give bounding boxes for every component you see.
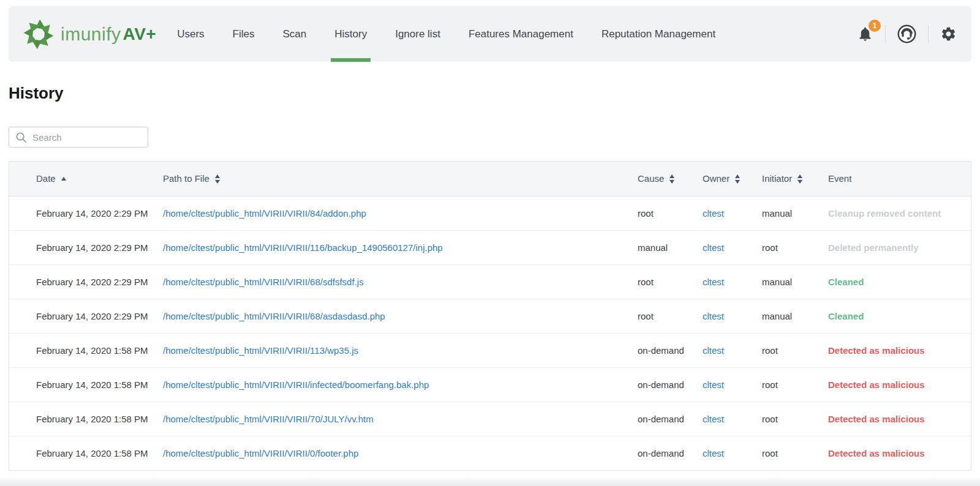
sort-both-icon — [215, 174, 220, 184]
nav-item-reputation-management[interactable]: Reputation Management — [587, 6, 729, 62]
cause-value: root — [638, 196, 703, 230]
nav-item-features-management[interactable]: Features Management — [454, 6, 587, 62]
initiator-value: root — [762, 436, 828, 470]
history-date: February 14, 2020 2:29 PM — [9, 230, 163, 264]
history-date: February 14, 2020 2:29 PM — [9, 196, 163, 230]
event-status: Detected as malicious — [828, 448, 925, 458]
cause-value: on-demand — [638, 333, 703, 367]
column-header-event: Event — [828, 162, 971, 196]
cause-value: on-demand — [638, 436, 703, 470]
settings-button[interactable] — [929, 26, 957, 42]
nav-item-history[interactable]: History — [320, 6, 381, 62]
support-agent-icon — [897, 24, 916, 43]
column-header-initiator[interactable]: Initiator — [762, 162, 828, 196]
history-date: February 14, 2020 2:29 PM — [9, 264, 163, 299]
brand-name: imunify — [61, 24, 121, 45]
initiator-value: root — [762, 230, 828, 264]
initiator-value: manual — [762, 299, 828, 333]
imunify-logo: imunify AV+ — [22, 6, 156, 62]
history-date: February 14, 2020 1:58 PM — [9, 333, 163, 367]
event-status: Deleted permanently — [828, 242, 919, 253]
initiator-value: manual — [762, 264, 828, 299]
sort-asc-icon — [61, 177, 66, 181]
top-navigation-bar: imunify AV+ Users Files Scan History Ign… — [9, 6, 971, 62]
settings-gear-icon — [940, 26, 957, 42]
search-box — [9, 127, 148, 148]
table-row: February 14, 2020 2:29 PM /home/cltest/p… — [9, 196, 971, 230]
file-path-link[interactable]: /home/cltest/public_html/VIRII/VIRII/84/… — [163, 208, 366, 219]
file-path-link[interactable]: /home/cltest/public_html/VIRII/VIRII/68/… — [163, 311, 385, 321]
cause-value: on-demand — [638, 402, 703, 436]
page: imunify AV+ Users Files Scan History Ign… — [0, 0, 980, 486]
cause-value: root — [638, 299, 703, 333]
cause-value: root — [638, 264, 703, 299]
event-status: Detected as malicious — [828, 345, 925, 356]
file-path-link[interactable]: /home/cltest/public_html/VIRII/VIRII/0/f… — [163, 448, 358, 458]
sort-both-icon — [797, 174, 802, 184]
initiator-value: root — [762, 367, 828, 402]
nav-item-users[interactable]: Users — [163, 6, 218, 62]
column-header-cause[interactable]: Cause — [638, 162, 703, 196]
table-header-row: Date Path to File Cause Owner Initiator — [9, 162, 971, 196]
table-row: February 14, 2020 2:29 PM /home/cltest/p… — [9, 264, 971, 299]
history-date: February 14, 2020 1:58 PM — [9, 436, 163, 470]
cause-value: manual — [638, 230, 703, 264]
file-path-link[interactable]: /home/cltest/public_html/VIRII/VIRII/116… — [163, 242, 443, 253]
event-status: Detected as malicious — [828, 379, 925, 390]
sort-both-icon — [669, 174, 674, 184]
notifications-button[interactable]: 1 — [845, 26, 885, 42]
initiator-value: root — [762, 333, 828, 367]
table-row: February 14, 2020 1:58 PM /home/cltest/p… — [9, 333, 971, 367]
topbar-actions: 1 — [845, 6, 957, 62]
event-status: Cleanup removed content — [828, 208, 941, 219]
table-row: February 14, 2020 1:58 PM /home/cltest/p… — [9, 367, 971, 402]
file-path-link[interactable]: /home/cltest/public_html/VIRII/VIRII/inf… — [163, 379, 429, 390]
file-path-link[interactable]: /home/cltest/public_html/VIRII/VIRII/70/… — [163, 414, 374, 424]
search-magnifier-icon — [15, 132, 27, 143]
imunify-pinwheel-icon — [22, 18, 55, 51]
notification-badge: 1 — [869, 20, 881, 32]
history-table: Date Path to File Cause Owner Initiator — [9, 161, 971, 471]
owner-link[interactable]: cltest — [703, 311, 724, 321]
scroll-fade — [0, 476, 980, 486]
owner-link[interactable]: cltest — [703, 242, 724, 253]
history-date: February 14, 2020 2:29 PM — [9, 299, 163, 333]
event-status: Cleaned — [828, 277, 864, 287]
initiator-value: root — [762, 402, 828, 436]
table-row: February 14, 2020 1:58 PM /home/cltest/p… — [9, 402, 971, 436]
initiator-value: manual — [762, 196, 828, 230]
page-title: History — [9, 84, 971, 103]
owner-link[interactable]: cltest — [703, 208, 724, 219]
table-row: February 14, 2020 2:29 PM /home/cltest/p… — [9, 230, 971, 264]
table-row: February 14, 2020 1:58 PM /home/cltest/p… — [9, 436, 971, 470]
sort-both-icon — [735, 174, 740, 184]
file-path-link[interactable]: /home/cltest/public_html/VIRII/VIRII/68/… — [163, 277, 364, 287]
nav-item-ignore-list[interactable]: Ignore list — [381, 6, 454, 62]
search-input[interactable] — [32, 132, 141, 143]
brand-suffix: AV+ — [123, 24, 157, 44]
event-status: Detected as malicious — [828, 414, 925, 424]
column-header-owner[interactable]: Owner — [703, 162, 762, 196]
nav-item-scan[interactable]: Scan — [269, 6, 321, 62]
column-header-date[interactable]: Date — [9, 162, 163, 196]
nav-item-files[interactable]: Files — [219, 6, 269, 62]
support-button[interactable] — [886, 24, 928, 43]
owner-link[interactable]: cltest — [703, 345, 724, 356]
column-header-path[interactable]: Path to File — [163, 162, 638, 196]
owner-link[interactable]: cltest — [703, 414, 724, 424]
owner-link[interactable]: cltest — [703, 277, 724, 287]
history-date: February 14, 2020 1:58 PM — [9, 367, 163, 402]
file-path-link[interactable]: /home/cltest/public_html/VIRII/VIRII/113… — [163, 345, 358, 356]
cause-value: on-demand — [638, 367, 703, 402]
table-row: February 14, 2020 2:29 PM /home/cltest/p… — [9, 299, 971, 333]
history-date: February 14, 2020 1:58 PM — [9, 402, 163, 436]
main-nav: Users Files Scan History Ignore list Fea… — [163, 6, 729, 62]
owner-link[interactable]: cltest — [703, 448, 724, 458]
event-status: Cleaned — [828, 311, 864, 321]
owner-link[interactable]: cltest — [703, 379, 724, 390]
